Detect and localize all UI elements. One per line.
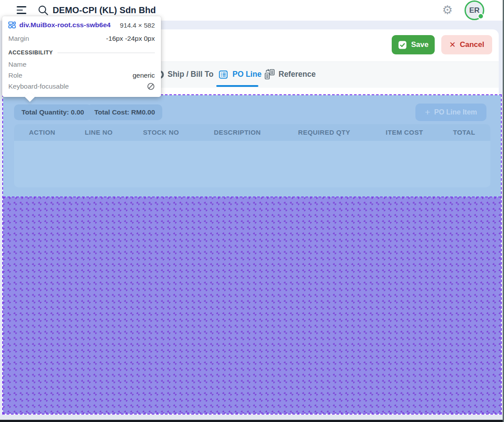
tab-ship-bill-to[interactable]: Ship / Bill To (168, 62, 214, 86)
devtools-margin-hatch-region (3, 197, 501, 414)
margin-label: Margin (8, 35, 29, 43)
inspected-element-selector: div.MuiBox-root.css-swb6e4 (19, 21, 116, 29)
add-po-line-item-button[interactable]: + PO Line Item (415, 104, 486, 121)
margin-value: -16px -24px 0px (106, 35, 155, 43)
section-rule (57, 53, 155, 53)
devtools-inspect-tooltip: div.MuiBox-root.css-swb6e4 914.4 × 582 M… (2, 16, 161, 97)
menu-icon[interactable] (17, 6, 26, 14)
col-required-qty: REQUIRED QTY (298, 124, 350, 141)
margin-row: Margin -16px -24px 0px (8, 33, 155, 44)
user-avatar[interactable]: ER (465, 0, 484, 20)
search-icon[interactable] (38, 5, 49, 16)
window-bottom-edge (0, 420, 504, 422)
a11y-focusable-row: Keyboard-focusable (8, 81, 155, 92)
a11y-name-row: Name (8, 59, 155, 70)
col-description: DESCRIPTION (214, 124, 261, 141)
po-line-table: ACTION LINE NO STOCK NO DESCRIPTION REQU… (14, 124, 490, 187)
cancel-button-label: Cancel (460, 40, 484, 49)
po-line-table-header: ACTION LINE NO STOCK NO DESCRIPTION REQU… (14, 124, 490, 141)
total-quantity-chip: Total Quantity: 0.00 (14, 104, 92, 120)
po-line-list-icon[interactable] (218, 69, 229, 80)
x-icon: ✕ (449, 40, 456, 50)
hatch-pattern (3, 197, 501, 414)
col-stock-no: STOCK NO (143, 124, 179, 141)
settings-gear-icon[interactable]: ⚙ (442, 3, 453, 17)
save-button-label: Save (411, 40, 429, 49)
inspected-element-dimensions: 914.4 × 582 (120, 21, 155, 29)
a11y-role-label: Role (8, 72, 22, 79)
a11y-focusable-label: Keyboard-focusable (8, 82, 69, 90)
col-line-no: LINE NO (85, 124, 113, 141)
col-total: TOTAL (453, 124, 475, 141)
devtools-inspect-overlay: Total Quantity: 0.00 Total Cost: RM0.00 … (2, 94, 502, 415)
layout-badge-icon (8, 21, 16, 29)
plus-icon: + (425, 107, 430, 118)
col-item-cost: ITEM COST (386, 124, 423, 141)
active-tab-indicator (216, 85, 258, 87)
cancel-button[interactable]: ✕ Cancel (441, 35, 492, 54)
online-status-dot (478, 13, 484, 19)
tab-reference[interactable]: Reference (279, 62, 316, 86)
a11y-role-value: generic (132, 72, 155, 79)
col-action: ACTION (29, 124, 55, 141)
accessibility-section-header: ACCESSIBILITY (8, 50, 155, 56)
avatar-initials: ER (469, 6, 480, 15)
save-button[interactable]: Save (392, 35, 435, 54)
tab-po-line[interactable]: PO Line (232, 62, 261, 86)
not-focusable-icon (147, 82, 155, 90)
reference-docs-icon[interactable] (264, 68, 275, 80)
total-cost-chip: Total Cost: RM0.00 (87, 104, 162, 120)
check-icon (398, 40, 407, 50)
a11y-name-label: Name (8, 61, 26, 68)
accessibility-title: ACCESSIBILITY (8, 50, 53, 56)
devtools-content-highlight: Total Quantity: 0.00 Total Cost: RM0.00 … (3, 95, 501, 197)
add-po-line-item-label: PO Line Item (434, 108, 477, 116)
a11y-role-row: Role generic (8, 70, 155, 81)
